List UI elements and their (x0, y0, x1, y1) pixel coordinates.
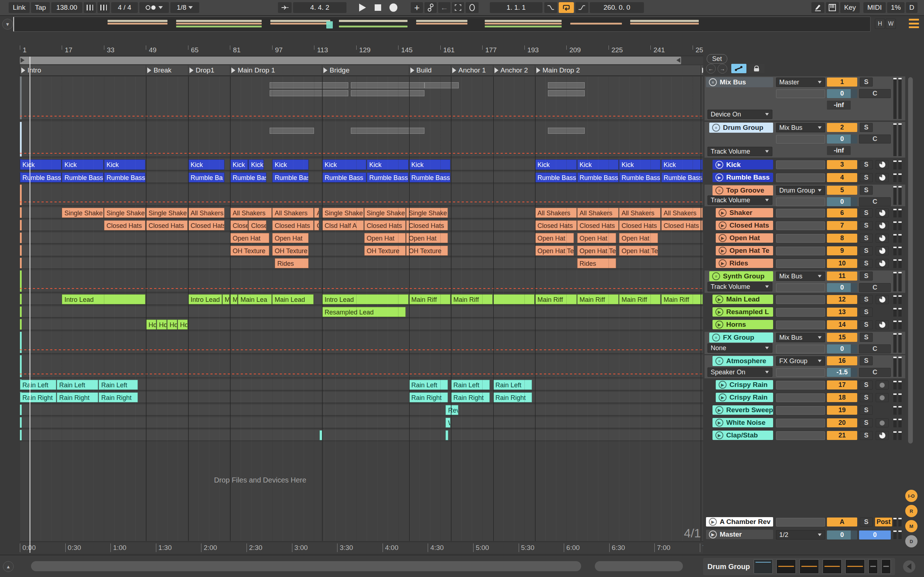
clip[interactable]: All Shakers (272, 208, 313, 218)
clip-slot[interactable] (776, 135, 825, 143)
crossfade-button[interactable]: C (859, 344, 891, 353)
loop-button[interactable] (559, 2, 574, 13)
device-thumbnail[interactable] (754, 559, 773, 574)
previous-locator-button[interactable]: ← (706, 64, 716, 74)
clip[interactable]: Closed Hats (619, 220, 661, 230)
solo-button[interactable]: S (860, 333, 873, 342)
arrangement-row-open-hat-te[interactable]: OH TextureOH TextureOH TextureOH Texture… (20, 245, 703, 257)
clip[interactable]: Single Shake (364, 208, 406, 218)
clip[interactable]: Close (230, 220, 248, 230)
collapse-overview-button[interactable]: ▼ (2, 19, 13, 29)
track-number[interactable]: 12 (827, 295, 857, 304)
clip[interactable]: Closed (248, 220, 267, 230)
solo-button[interactable]: S (860, 221, 873, 230)
clip[interactable]: Open Hat Te (577, 246, 616, 256)
clip-slot[interactable] (776, 247, 825, 255)
pan-value[interactable]: 0 (827, 344, 857, 353)
clip[interactable]: Intro Lead (62, 294, 145, 305)
clip[interactable]: Rumble Bass (367, 172, 408, 182)
clip-slot[interactable] (776, 89, 825, 98)
clip[interactable]: Rumble Bass (230, 172, 267, 182)
solo-button[interactable]: S (860, 295, 873, 304)
track-number[interactable]: 2 (827, 123, 857, 132)
track-name[interactable]: ≡Mix Bus (706, 77, 773, 87)
track-number[interactable]: 6 (827, 208, 857, 218)
clip[interactable]: Main Riff (409, 294, 451, 305)
clip[interactable]: Closed Hats (661, 220, 703, 230)
freeze-button[interactable] (876, 173, 888, 182)
track-name[interactable]: ▶Horns (712, 320, 773, 329)
track-number[interactable]: 1 (827, 77, 857, 87)
clip[interactable]: Kick (272, 160, 309, 170)
clip[interactable]: Kick (535, 160, 577, 170)
solo-button[interactable]: S (860, 246, 873, 255)
track-name[interactable]: ▶A Chamber Rev (706, 517, 773, 527)
clip-slot[interactable] (776, 431, 825, 440)
solo-button[interactable]: S (860, 272, 873, 280)
device-thumbnail[interactable] (822, 559, 842, 574)
track-number[interactable]: 5 (827, 186, 857, 195)
crossfade-button[interactable]: C (859, 283, 891, 292)
automation-mode-button[interactable] (731, 64, 746, 73)
solo-button[interactable]: S (860, 208, 873, 218)
collapse-device-view-button[interactable] (903, 561, 915, 573)
automation-control-chooser[interactable]: Track Volume (708, 147, 772, 156)
show-io-button[interactable]: I-O (905, 490, 918, 502)
clip[interactable]: Intro Lead (188, 294, 222, 305)
record-button[interactable] (386, 2, 401, 13)
clip-slot[interactable] (776, 259, 825, 268)
track-number[interactable]: 4 (827, 173, 857, 182)
clip[interactable]: Rumble Bass (104, 172, 145, 182)
clip[interactable]: Kick (409, 160, 451, 170)
clip[interactable]: Open Hat (230, 233, 269, 243)
solo-button[interactable]: S (860, 308, 873, 317)
clip[interactable]: Kick (322, 160, 366, 170)
arrangement-row-closed-hats[interactable]: Closed HatsClosed HatsClosed HatsCloseCl… (20, 220, 703, 232)
nudge-up-button[interactable] (97, 2, 110, 13)
output-routing-chooser[interactable]: Drum Group (776, 186, 825, 195)
clip[interactable]: All Shakers (230, 208, 271, 218)
clip[interactable]: All Shakers (661, 208, 703, 218)
track-name[interactable]: ▶Rumble Bass (712, 173, 773, 182)
optimize-width-button[interactable]: W (886, 19, 896, 29)
clip[interactable]: OH Texture (272, 246, 309, 256)
clip[interactable]: Rain Left (493, 380, 532, 390)
track-number[interactable]: 10 (827, 259, 857, 268)
track-name[interactable]: ▶Reverb Sweep (712, 405, 773, 415)
solo-button[interactable]: S (860, 380, 873, 390)
automation-control-chooser[interactable]: Speaker On (708, 367, 772, 377)
track-name[interactable]: ▶White Noise (712, 418, 773, 427)
track-name[interactable]: ▶Crispy Rain (716, 380, 773, 390)
locator-main-drop-1[interactable]: Main Drop 1 (230, 65, 275, 76)
arrangement-position-field[interactable]: 4. 4. 2 (293, 2, 347, 13)
follow-button[interactable] (278, 2, 292, 13)
track-number[interactable]: 17 (827, 380, 857, 390)
freeze-button[interactable] (876, 380, 888, 390)
locator-row[interactable]: IntroBreakDrop1Main Drop 1BridgeBuildAnc… (20, 65, 703, 76)
clip[interactable]: C (314, 220, 319, 230)
clip[interactable]: Rain Left (451, 380, 490, 390)
freeze-button[interactable] (876, 259, 888, 268)
clip[interactable]: Open Hat (619, 233, 658, 243)
arrangement-row-mix-bus[interactable] (20, 76, 703, 121)
clip[interactable]: Rain Left (57, 380, 98, 390)
arrangement-row-resampled-l[interactable]: Resampled Lead (20, 306, 703, 318)
tap-tempo-button[interactable]: Tap (31, 2, 50, 13)
solo-button[interactable]: S (860, 234, 873, 243)
clip[interactable]: Rain Right (57, 392, 98, 403)
clip[interactable]: Single Shake (406, 208, 447, 218)
quantize-menu[interactable]: 1/8 (170, 2, 199, 13)
solo-button[interactable]: S (860, 320, 873, 329)
pan-value[interactable]: 0 (827, 134, 857, 143)
solo-button[interactable]: S (860, 160, 873, 169)
output-routing-chooser[interactable]: 1/2 (776, 530, 825, 540)
locator-drop1[interactable]: Drop1 (188, 65, 215, 76)
clip[interactable]: Kick (619, 160, 661, 170)
arrangement-overview[interactable] (13, 16, 871, 32)
clip[interactable]: Resampled Lead (322, 307, 406, 317)
track-number[interactable]: 16 (827, 356, 857, 365)
clip[interactable]: Main Lead (272, 294, 313, 305)
track-number[interactable]: 18 (827, 393, 857, 402)
clip[interactable]: OH Texture (364, 246, 406, 256)
set-locator-button[interactable]: Set (707, 54, 727, 63)
